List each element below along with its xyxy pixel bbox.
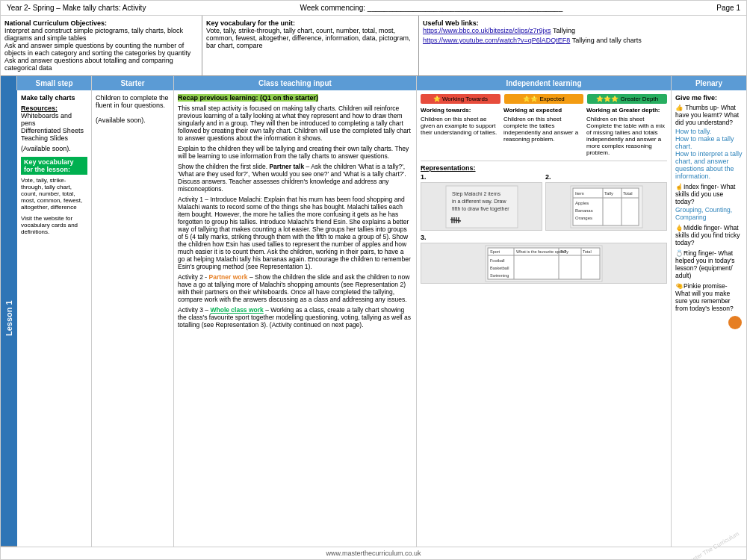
teaching-para5-start: Activity 2 - bbox=[178, 273, 209, 281]
pinkie-text: 🤏Pinkie promise- What will you make sure… bbox=[675, 282, 743, 312]
teaching-para1: This small step activity is focused on m… bbox=[178, 105, 412, 142]
index-skills: Grouping, Counting, Comparing bbox=[675, 206, 743, 221]
svg-text:Apples: Apples bbox=[575, 201, 589, 205]
exp-col-title: Working at expected bbox=[503, 107, 584, 113]
key-vocab-text: Vote, tally, strike-through, tally chart… bbox=[21, 177, 87, 211]
svg-text:Tally: Tally bbox=[560, 249, 568, 254]
resources-whiteboards: Whiteboards and pens bbox=[21, 112, 72, 127]
wt-stars: ⭐ bbox=[433, 96, 442, 102]
middle-text: 🖕Middle finger- What skills did you find… bbox=[675, 224, 743, 246]
index-text: ☝️Index finger- What skills did you use … bbox=[675, 183, 743, 205]
objectives-text: Interpret and construct simple pictogram… bbox=[4, 27, 198, 72]
plenary-cell: Give me five: 👍 Thumbs up- What have you… bbox=[672, 90, 746, 547]
indep-sub-headers: ⭐ Working Towards ⭐⭐ Expected ⭐⭐⭐ Greate… bbox=[421, 94, 667, 104]
rep-1-image: Step Malachi 2 items in a different way.… bbox=[421, 182, 542, 231]
teaching-para5: Activity 2 - Partner work – Show the chi… bbox=[178, 273, 412, 303]
middle-section: 🖕Middle finger- What skills did you find… bbox=[675, 224, 743, 246]
teaching-para3: Show the children the first slide. Partn… bbox=[178, 163, 412, 193]
how-to-interpret-text: How to interpret a tally chart, and answ… bbox=[675, 150, 743, 180]
representations-section: Representations: 1. Step Malachi 2 items… bbox=[421, 161, 667, 284]
svg-text:Football: Football bbox=[490, 258, 505, 263]
whole-class-label: Whole class work bbox=[210, 306, 263, 314]
how-to-tally-text: How to tally. bbox=[675, 128, 711, 135]
orange-circle-svg bbox=[728, 315, 743, 330]
rep-1-svg: Step Malachi 2 items in a different way.… bbox=[444, 184, 519, 229]
col-header-starter: Starter bbox=[92, 76, 174, 90]
pinkie-section: 🤏Pinkie promise- What will you make sure… bbox=[675, 282, 743, 312]
exp-content: Working at expected Children on this she… bbox=[503, 107, 584, 156]
svg-text:Sport: Sport bbox=[490, 249, 500, 254]
objectives-title: National Curriculum Objectives: bbox=[4, 19, 198, 27]
weblink-2-url[interactable]: https://www.youtube.com/watch?v=qP6lADQt… bbox=[423, 37, 570, 44]
weblink-2[interactable]: https://www.youtube.com/watch?v=qP6lADQt… bbox=[423, 37, 743, 44]
wt-title: Working Towards bbox=[442, 96, 488, 102]
key-vocab-box: Key vocabulary for the lesson: Vote, tal… bbox=[21, 157, 87, 211]
svg-text:Bananas: Bananas bbox=[575, 208, 593, 213]
decoration bbox=[675, 315, 743, 332]
available-note: (Available soon). bbox=[21, 145, 87, 152]
starter-available: (Available soon). bbox=[96, 116, 170, 124]
how-to-interpret: How to interpret a tally chart, and answ… bbox=[675, 150, 743, 180]
resources-sheets: Differentiated Sheets bbox=[21, 127, 84, 134]
table-body: Lesson 1 Make tally charts Resources: Wh… bbox=[1, 90, 746, 547]
resources-section: Resources: Whiteboards and pens Differen… bbox=[21, 105, 87, 142]
page-title: Year 2- Spring – Make tally charts: Acti… bbox=[7, 4, 146, 12]
how-to-tally: How to tally. bbox=[675, 128, 743, 135]
resources-label: Resources: bbox=[21, 105, 58, 112]
rep-row-1-2: 1. Step Malachi 2 items in a different w… bbox=[421, 173, 667, 231]
how-to-make-text: How to make a tally chart. bbox=[675, 135, 734, 150]
svg-point-33 bbox=[728, 316, 742, 329]
col-header-independent: Independent learning bbox=[417, 76, 672, 90]
rep-1: 1. Step Malachi 2 items in a different w… bbox=[421, 173, 542, 231]
col-header-plenary: Plenary bbox=[672, 76, 746, 90]
rep-2: 2. Item Tally Total bbox=[545, 173, 667, 231]
exp-col-text: Children on this sheet complete the tall… bbox=[503, 116, 584, 143]
small-step-cell: Make tally charts Resources: Whiteboards… bbox=[17, 90, 92, 547]
svg-text:Swimming: Swimming bbox=[490, 273, 509, 278]
svg-text:Basketball: Basketball bbox=[490, 266, 509, 270]
exp-stars: ⭐⭐ bbox=[523, 96, 539, 102]
vocab-section: Key vocabulary for the unit: Vote, tally… bbox=[202, 16, 419, 75]
teaching-para6-start: Activity 3 – bbox=[178, 306, 210, 314]
rep-3-image: Sport What is the favourite sport? Tally… bbox=[421, 243, 667, 284]
index-section: ☝️Index finger- What skills did you use … bbox=[675, 183, 743, 221]
gd-title: Greater Depth bbox=[620, 96, 658, 102]
svg-text:What is the favourite sport?: What is the favourite sport? bbox=[516, 249, 566, 254]
wt-content: Working towards: Children on this sheet … bbox=[421, 107, 501, 156]
rep-2-label: 2. bbox=[545, 173, 551, 181]
top-info-section: National Curriculum Objectives: Interpre… bbox=[1, 16, 746, 76]
resources-slides: Teaching Slides bbox=[21, 134, 68, 142]
vocab-title: Key vocabulary for the unit: bbox=[206, 19, 415, 27]
svg-text:Total: Total bbox=[583, 249, 592, 254]
teaching-para6: Activity 3 – Whole class work – Working … bbox=[178, 306, 412, 329]
gd-stars: ⭐⭐⭐ bbox=[596, 96, 620, 102]
rep-2-svg: Item Tally Total Apples Bananas Oranges bbox=[569, 184, 644, 229]
teaching-cell: Recap previous learning: (Q1 on the star… bbox=[174, 90, 417, 547]
partner-talk-label: Partner talk bbox=[269, 163, 304, 170]
partner-work-label: Partner work bbox=[209, 273, 248, 281]
weblink-1-url[interactable]: https://www.bbc.co.uk/bitesize/clips/z7r… bbox=[423, 27, 551, 34]
recap-text: Recap previous learning: (Q1 on the star… bbox=[178, 94, 318, 102]
gd-col-text: Children on this sheet Complete the tabl… bbox=[586, 116, 667, 156]
page-header: Year 2- Spring – Make tally charts: Acti… bbox=[1, 1, 746, 16]
objectives-section: National Curriculum Objectives: Interpre… bbox=[1, 16, 202, 75]
vocab-text: Vote, tally, strike-through, tally chart… bbox=[206, 27, 415, 49]
svg-text:Step Malachi 2 items: Step Malachi 2 items bbox=[452, 191, 500, 197]
teaching-para2: Explain to the children they will be tal… bbox=[178, 145, 412, 160]
starter-cell: Children to complete the fluent in four … bbox=[92, 90, 174, 547]
svg-text:in a different way. Draw: in a different way. Draw bbox=[452, 199, 506, 205]
week-commencing: Week commencing: _______________________… bbox=[300, 4, 562, 12]
exp-title: Expected bbox=[539, 96, 564, 102]
page-footer: www.masterthecurriculum.co.uk bbox=[1, 547, 746, 559]
teaching-para4: Activity 1 – Introduce Malachi: Explain … bbox=[178, 196, 412, 270]
weblink-1[interactable]: https://www.bbc.co.uk/bitesize/clips/z7r… bbox=[423, 27, 743, 34]
independent-cell: ⭐ Working Towards ⭐⭐ Expected ⭐⭐⭐ Greate… bbox=[417, 90, 672, 547]
indep-content-cols: Working towards: Children on this sheet … bbox=[421, 107, 667, 156]
rep-row-3: 3. Sport What is the favourite sport? bbox=[421, 234, 667, 284]
lesson-label: Lesson 1 bbox=[1, 90, 17, 547]
gd-col-title: Working at Greater depth: bbox=[586, 107, 667, 113]
svg-text:Tally: Tally bbox=[604, 191, 613, 196]
gd-header: ⭐⭐⭐ Greater Depth bbox=[587, 94, 667, 104]
ring-text: 💍Ring finger- What helped you in today's… bbox=[675, 249, 743, 279]
teaching-para3-start: Show the children the first slide. bbox=[178, 163, 269, 170]
